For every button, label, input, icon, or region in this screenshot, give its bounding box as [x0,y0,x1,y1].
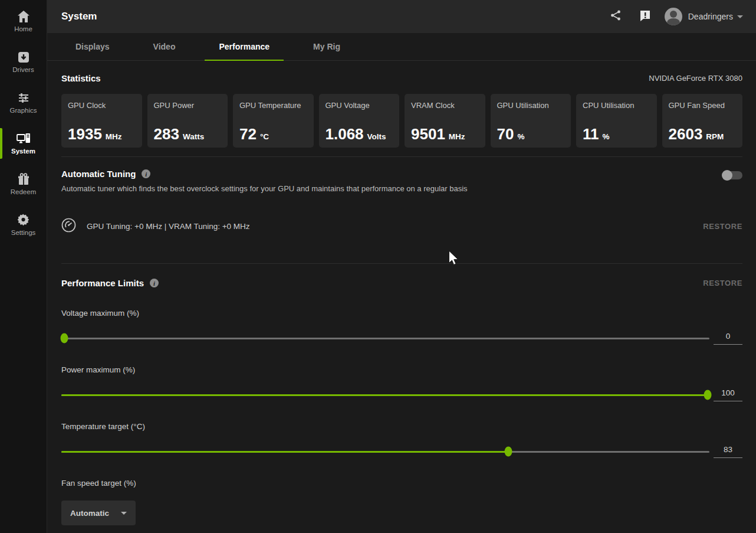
fan-speed-dropdown[interactable]: Automatic [61,501,136,525]
tuning-status: GPU Tuning: +0 MHz | VRAM Tuning: +0 MHz [87,222,250,231]
stat-card-gpu-power: GPU Power 283Watts [147,94,228,148]
redeem-icon [17,173,31,186]
avatar [665,8,682,25]
main-area: System [47,0,756,533]
sidebar-item-system[interactable]: System [0,126,47,161]
section-divider [61,263,742,264]
stat-label: VRAM Clock [411,101,479,110]
user-name: Deadringers [688,12,733,21]
stat-card-cpu-utilisation: CPU Utilisation 11% [576,94,657,148]
sidebar-item-label: Graphics [9,107,37,114]
graphics-icon [17,91,31,104]
stat-label: GPU Voltage [326,101,394,110]
slider-label: Temperature target (°C) [61,422,742,431]
nvidia-app-window: Home Drivers Graphics [0,0,756,533]
voltage-maximum-slider[interactable] [61,338,709,339]
slider-handle[interactable] [704,390,711,400]
statistics-cards: GPU Clock 1935MHz GPU Power 283Watts GPU… [61,94,742,148]
gauge-icon [61,218,76,235]
sidebar-item-label: Redeem [11,188,36,195]
fan-speed-label: Fan speed target (%) [61,479,742,488]
slider-handle[interactable] [61,333,68,344]
sidebar-item-label: Home [14,25,32,32]
tab-video[interactable]: Video [139,33,190,60]
tab-performance[interactable]: Performance [205,33,284,60]
share-button[interactable] [606,6,626,27]
toggle-knob [722,170,732,181]
stat-value: 2603RPM [669,126,737,142]
sidebar-item-label: System [11,148,35,155]
chevron-down-icon [121,512,127,515]
slider-fill [61,451,508,453]
power-maximum-slider[interactable] [61,394,709,396]
stat-card-gpu-temperature: GPU Temperature 72°C [233,94,314,148]
stat-label: GPU Power [154,101,222,110]
share-icon [610,9,622,24]
system-icon [16,132,31,145]
settings-icon [17,214,30,227]
feedback-icon [639,9,652,24]
temperature-target-slider[interactable] [61,451,709,453]
automatic-tuning-header: Automatic Tuning i Automatic tuner which… [61,169,468,193]
gpu-name: NVIDIA GeForce RTX 3080 [649,74,742,83]
automatic-tuning-description: Automatic tuner which finds the best ove… [61,184,468,193]
info-icon[interactable]: i [142,169,150,178]
stat-value: 70% [497,126,566,142]
temperature-target-control: Temperature target (°C) 83 [61,422,742,458]
user-menu[interactable]: Deadringers [665,8,743,25]
sidebar-item-settings[interactable]: Settings [0,207,47,243]
stat-card-gpu-utilisation: GPU Utilisation 70% [491,94,571,148]
slider-label: Voltage maximum (%) [61,309,742,318]
stat-value: 283Watts [154,126,222,142]
stat-card-gpu-clock: GPU Clock 1935MHz [61,94,142,148]
sidebar: Home Drivers Graphics [0,0,47,533]
power-maximum-control: Power maximum (%) 100 [61,365,742,401]
tuning-restore-button[interactable]: RESTORE [703,222,742,231]
stat-value: 72°C [239,126,308,142]
stat-card-gpu-voltage: GPU Voltage 1.068Volts [319,94,400,148]
info-icon[interactable]: i [150,279,159,287]
statistics-title: Statistics [61,73,101,83]
fan-speed-control: Fan speed target (%) Automatic [61,479,742,525]
stat-label: GPU Fan Speed [669,101,737,110]
dropdown-selected-value: Automatic [70,509,109,518]
automatic-tuning-title: Automatic Tuning [61,169,136,179]
slider-fill [61,394,709,396]
limits-restore-button[interactable]: RESTORE [703,279,742,287]
stat-label: GPU Temperature [239,101,308,110]
sidebar-item-label: Settings [11,229,36,236]
chevron-down-icon [737,15,743,18]
feedback-button[interactable] [635,6,655,27]
stat-label: CPU Utilisation [583,101,651,110]
sidebar-item-redeem[interactable]: Redeem [0,166,47,202]
stat-value: 1935MHz [68,126,136,142]
home-icon [17,10,31,23]
sidebar-item-graphics[interactable]: Graphics [0,85,47,120]
performance-limits-title: Performance Limits [61,278,144,288]
top-bar: System [47,0,756,33]
section-divider [61,156,742,157]
stat-label: GPU Utilisation [497,101,566,110]
sidebar-item-home[interactable]: Home [0,4,47,39]
power-maximum-value[interactable]: 100 [714,388,742,401]
sidebar-item-label: Drivers [12,66,34,73]
stat-label: GPU Clock [68,101,136,110]
tab-displays[interactable]: Displays [61,33,124,60]
stat-value: 11% [583,126,651,142]
voltage-maximum-control: Voltage maximum (%) 0 [61,309,742,345]
drivers-icon [17,51,31,64]
automatic-tuning-toggle[interactable] [723,171,742,179]
performance-content: Statistics NVIDIA GeForce RTX 3080 GPU C… [47,61,756,533]
tab-my-rig[interactable]: My Rig [299,33,354,60]
stat-value: 9501MHz [411,126,479,142]
slider-label: Power maximum (%) [61,365,742,374]
sidebar-item-drivers[interactable]: Drivers [0,44,47,80]
tab-bar: Displays Video Performance My Rig [47,33,756,61]
stat-value: 1.068Volts [326,126,394,142]
page-title: System [61,11,97,22]
stat-card-gpu-fan-speed: GPU Fan Speed 2603RPM [662,94,743,148]
voltage-maximum-value[interactable]: 0 [714,332,742,345]
slider-handle[interactable] [505,447,512,457]
stat-card-vram-clock: VRAM Clock 9501MHz [405,94,485,148]
temperature-target-value[interactable]: 83 [714,445,742,458]
